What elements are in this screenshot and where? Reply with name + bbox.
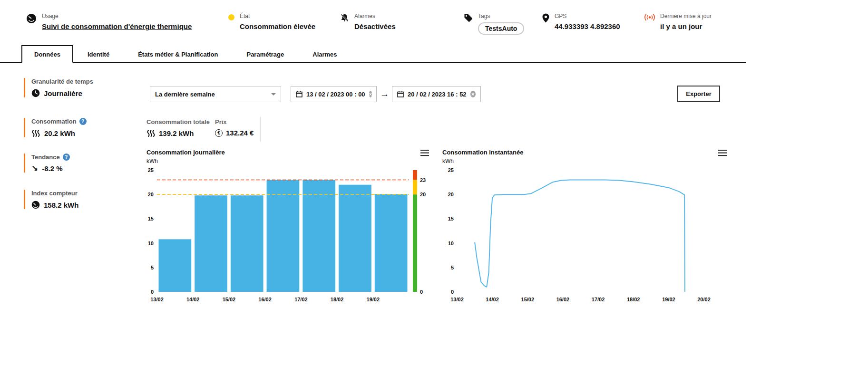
sidebar-item-meter-index: Index compteur 158.2 kWh [24, 190, 138, 209]
price-value: € 132.24 € [215, 129, 254, 137]
help-icon[interactable]: ? [63, 154, 70, 161]
svg-text:18/02: 18/02 [331, 297, 344, 302]
tag-chip[interactable]: TestsAuto [478, 22, 524, 35]
svg-text:19/02: 19/02 [367, 297, 380, 302]
svg-text:13/02: 13/02 [150, 297, 164, 302]
alarms-block: Alarmes Désactivées [340, 13, 396, 30]
svg-text:5: 5 [151, 265, 154, 270]
svg-text:20: 20 [420, 192, 426, 197]
status-block: État Consommation élevée [228, 13, 315, 30]
tab-bar: Données Identité États métier & Planific… [21, 45, 351, 63]
svg-text:15: 15 [148, 216, 154, 221]
totals-divider [260, 117, 261, 142]
line-chart-canvas: 051015202513/0214/0215/0216/0217/0218/02… [440, 165, 725, 304]
export-button[interactable]: Exporter [677, 86, 720, 102]
tab-donnees[interactable]: Données [21, 45, 73, 63]
help-icon[interactable]: ? [79, 118, 87, 125]
clear-icon[interactable]: × [470, 91, 476, 97]
date-to-value: 20 / 02 / 2023 16 : 52 [408, 91, 467, 98]
line-chart-menu-icon[interactable] [718, 150, 727, 156]
calendar-icon [296, 91, 302, 97]
svg-text:13/02: 13/02 [450, 297, 464, 302]
svg-text:16/02: 16/02 [556, 297, 570, 302]
euro-icon: € [215, 129, 223, 137]
trend-down-icon: ↘ [31, 165, 38, 172]
alarms-value: Désactivées [354, 22, 396, 30]
granularity-title: Granularité de temps [31, 78, 138, 85]
alarms-label: Alarmes [354, 13, 396, 19]
line-chart-header: Consommation instantanée kWh [442, 149, 523, 164]
usage-block: Usage Suivi de consommation d'énergie th… [26, 13, 192, 30]
tab-etats-metier[interactable]: États métier & Planification [124, 45, 232, 63]
total-consumption-value: 139.2 kWh [146, 129, 210, 137]
usage-label: Usage [42, 13, 192, 19]
tab-identite[interactable]: Identité [73, 45, 124, 63]
svg-text:0: 0 [151, 289, 154, 295]
meter-index-value: 158.2 kWh [31, 201, 138, 209]
line-chart-ylabel: kWh [442, 158, 523, 164]
signal-icon [644, 13, 655, 21]
svg-text:16/02: 16/02 [258, 297, 272, 302]
price-label: Prix [215, 118, 254, 125]
svg-text:25: 25 [148, 167, 154, 173]
svg-text:23: 23 [420, 177, 426, 183]
svg-text:18/02: 18/02 [627, 297, 640, 302]
gps-pin-icon [542, 13, 549, 23]
tags-block: Tags TestsAuto [464, 13, 524, 35]
svg-text:20: 20 [148, 192, 154, 197]
svg-text:19/02: 19/02 [662, 297, 675, 302]
bar-chart-title: Consommation journalière [146, 149, 225, 156]
svg-text:14/02: 14/02 [186, 297, 200, 302]
tag-icon [464, 13, 473, 22]
tab-parametrage[interactable]: Paramétrage [232, 45, 298, 63]
bar-chart-canvas: 051015202513/0214/0215/0216/0217/0218/02… [143, 165, 433, 304]
last-update-value: il y a un jour [660, 22, 712, 30]
clock-icon [31, 89, 40, 97]
date-from-input[interactable]: 13 / 02 / 2023 00 : 00 × [291, 86, 377, 102]
last-update-block: Dernière mise à jour il y a un jour [644, 13, 712, 30]
tags-label: Tags [478, 13, 524, 19]
date-to-input[interactable]: 20 / 02 / 2023 16 : 52 × [392, 86, 481, 102]
clear-icon[interactable]: × [369, 91, 372, 97]
status-label: État [240, 13, 315, 19]
svg-text:17/02: 17/02 [592, 297, 605, 302]
svg-text:5: 5 [451, 265, 454, 270]
date-from-value: 13 / 02 / 2023 00 : 00 [306, 91, 365, 98]
bar-chart-menu-icon[interactable] [420, 150, 429, 156]
svg-text:15: 15 [448, 216, 454, 221]
sidebar-item-trend: Tendance ? ↘ -8.2 % [24, 154, 138, 173]
sidebar-item-granularity: Granularité de temps Journalière [24, 78, 138, 97]
line-chart-title: Consommation instantanée [442, 149, 523, 156]
calendar-icon [397, 91, 404, 97]
svg-text:25: 25 [448, 167, 454, 173]
price-block: Prix € 132.24 € [215, 118, 254, 137]
gps-label: GPS [555, 13, 620, 19]
trend-title: Tendance ? [31, 154, 138, 161]
status-value: Consommation élevée [240, 22, 315, 30]
alarm-muted-icon [340, 13, 349, 22]
svg-text:20: 20 [448, 192, 454, 197]
svg-text:15/02: 15/02 [223, 297, 236, 302]
bar-chart-header: Consommation journalière kWh [146, 149, 225, 164]
meter-icon [31, 201, 40, 209]
total-consumption-label: Consommation totale [146, 118, 210, 125]
period-select[interactable]: La dernière semaine [150, 86, 281, 102]
chevron-down-icon [271, 93, 276, 96]
sidebar-item-consumption: Consommation ? 20.2 kWh [24, 118, 138, 137]
heat-icon [31, 129, 40, 137]
trend-value: ↘ -8.2 % [31, 164, 138, 173]
svg-text:0: 0 [420, 289, 423, 295]
svg-text:17/02: 17/02 [294, 297, 308, 302]
svg-text:10: 10 [448, 240, 454, 246]
period-select-value: La dernière semaine [155, 91, 271, 98]
last-update-label: Dernière mise à jour [660, 13, 712, 19]
granularity-value: Journalière [31, 89, 138, 97]
usage-meter-icon [26, 13, 37, 24]
usage-link[interactable]: Suivi de consommation d'énergie thermiqu… [42, 22, 192, 30]
bar-chart-ylabel: kWh [146, 158, 225, 164]
tab-alarmes[interactable]: Alarmes [298, 45, 351, 63]
svg-text:14/02: 14/02 [486, 297, 499, 302]
consumption-title: Consommation ? [31, 118, 138, 125]
arrow-right-icon: → [380, 89, 389, 99]
meter-index-title: Index compteur [31, 190, 138, 197]
